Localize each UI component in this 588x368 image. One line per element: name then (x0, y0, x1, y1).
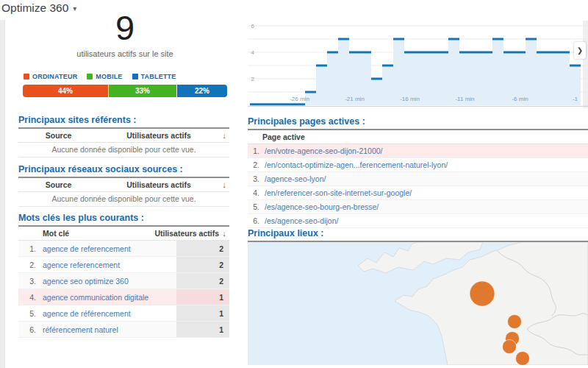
active-users-value: 2 (176, 273, 229, 289)
empty-message: Aucune donnée disponible pour cette vue. (18, 143, 229, 158)
active-users-value: 1 (176, 322, 229, 337)
location-marker (470, 281, 495, 306)
row-rank: 1. (18, 244, 43, 253)
device-split-bar: 44%33%22% (23, 85, 227, 97)
keyword-link[interactable]: agence seo optimize 360 (43, 277, 176, 286)
row-rank: 6. (248, 216, 265, 225)
empty-message: Aucune donnée disponible pour cette vue. (18, 192, 229, 207)
device-legend: ORDINATEURMOBILETABLETTE (24, 73, 232, 80)
svg-text:-1: -1 (573, 96, 578, 102)
keyword-link[interactable]: agence communication digitale (43, 293, 176, 302)
legend-label: ORDINATEUR (32, 73, 77, 80)
active-page-link[interactable]: /en/referencer-son-site-internet-sur-goo… (265, 188, 588, 197)
legend-swatch-icon (132, 74, 138, 79)
column-active-users: Utilisateurs actifs (98, 131, 219, 140)
sort-desc-icon[interactable]: ↓ (219, 229, 229, 238)
section-top-locations: Principaux lieux : (248, 228, 588, 368)
device-bar-segment: 33% (109, 85, 177, 97)
section-title: Principaux réseaux sociaux sources : (18, 164, 229, 174)
table-row: 2./en/contact-optimize-agen...ferencemen… (248, 158, 588, 172)
table-row: 4.agence communication digitale1 (18, 289, 229, 305)
row-rank: 3. (248, 174, 265, 183)
legend-item: TABLETTE (132, 73, 176, 80)
column-active-users: Utilisateurs actifs (154, 229, 219, 238)
social-table: Source Utilisateurs actifs ↓ Aucune donn… (18, 177, 229, 207)
pages-rows: 1./en/votre-agence-seo-dijon-21000/2./en… (248, 144, 588, 228)
keyword-link[interactable]: agence de referencement (43, 244, 176, 253)
row-rank: 2. (248, 160, 265, 169)
row-rank: 3. (18, 277, 43, 286)
table-row: 6.référencement naturel1 (18, 322, 229, 338)
table-row: 6./es/agence-seo-dijon/ (248, 214, 588, 228)
active-users-label: utilisateurs actifs sur le site (18, 49, 232, 58)
svg-text:2: 2 (251, 76, 255, 82)
table-header: Source Utilisateurs actifs ↓ (18, 178, 229, 192)
active-users-value: 2 (176, 241, 229, 256)
legend-item: ORDINATEUR (24, 73, 77, 80)
chevron-right-icon: ❯ (577, 46, 583, 54)
row-rank: 4. (248, 188, 265, 197)
legend-swatch-icon (24, 74, 29, 79)
table-row: 1.agence de referencement2 (18, 241, 229, 257)
section-title: Principales pages actives : (248, 116, 588, 127)
row-rank: 1. (248, 146, 265, 155)
realtime-summary: 9 utilisateurs actifs sur le site ORDINA… (18, 9, 232, 97)
active-page-link[interactable]: /es/agence-seo-dijon/ (265, 216, 588, 225)
table-header: Mot clé Utilisateurs actifs ↓ (18, 227, 229, 241)
location-marker (516, 352, 530, 366)
svg-text:6: 6 (251, 23, 255, 29)
location-marker (503, 340, 517, 354)
column-keyword: Mot clé (43, 229, 154, 238)
minute-chart: 246-26 min-21 min-16 min-11 min-6 min-1 (248, 18, 588, 107)
keyword-link[interactable]: agence de référencement (43, 309, 176, 318)
svg-text:-6 min: -6 min (512, 96, 528, 102)
section-social-sources: Principaux réseaux sociaux sources : Sou… (18, 164, 229, 207)
column-source: Source (18, 131, 98, 140)
section-title: Principaux sites référents : (18, 115, 229, 125)
column-active-users: Utilisateurs actifs (98, 180, 219, 189)
active-users-minute-chart: 246-26 min-21 min-16 min-11 min-6 min-1 (248, 18, 588, 107)
section-top-referrers: Principaux sites référents : Source Util… (18, 115, 229, 158)
location-marker (508, 315, 522, 329)
svg-text:-26 min: -26 min (290, 96, 309, 102)
active-page-link[interactable]: /es/agence-seo-bourg-en-bresse/ (265, 202, 588, 211)
keyword-link[interactable]: référencement naturel (43, 325, 176, 334)
chart-next-button[interactable]: ❯ (574, 42, 586, 59)
referrers-table: Source Utilisateurs actifs ↓ Aucune donn… (18, 127, 229, 158)
table-row: 3./agence-seo-lyon/ (248, 172, 588, 186)
keyword-link[interactable]: agence referencement (43, 261, 176, 269)
active-page-link[interactable]: /en/contact-optimize-agen...ferencement-… (265, 160, 588, 169)
svg-text:-16 min: -16 min (400, 96, 420, 102)
active-users-value: 1 (176, 289, 229, 305)
table-row: 1./en/votre-agence-seo-dijon-21000/ (248, 144, 588, 158)
legend-swatch-icon (87, 74, 93, 79)
device-bar-segment: 22% (177, 85, 227, 97)
sort-desc-icon[interactable]: ↓ (219, 131, 229, 140)
france-map[interactable] (248, 242, 588, 365)
row-rank: 4. (18, 293, 43, 302)
active-page-link[interactable]: /agence-seo-lyon/ (265, 174, 588, 183)
sort-desc-icon[interactable]: ↓ (219, 180, 229, 189)
table-header: Page active (248, 130, 588, 144)
row-rank: 5. (248, 202, 265, 211)
legend-item: MOBILE (87, 73, 122, 80)
row-rank: 2. (18, 261, 43, 269)
active-users-count: 9 (18, 9, 232, 47)
active-users-value: 1 (176, 305, 229, 321)
locations-map-panel (248, 241, 588, 368)
table-row: 5.agence de référencement1 (18, 305, 229, 322)
section-active-pages: Principales pages actives : Page active … (248, 116, 588, 228)
device-bar-segment: 44% (23, 85, 109, 97)
svg-text:-21 min: -21 min (345, 96, 365, 102)
column-active-page: Page active (262, 132, 588, 141)
pages-table: Page active 1./en/votre-agence-seo-dijon… (248, 129, 588, 228)
keywords-table: Mot clé Utilisateurs actifs ↓ 1.agence d… (18, 225, 229, 338)
active-users-value: 2 (176, 257, 229, 272)
section-top-keywords: Mots clés les plus courants : Mot clé Ut… (18, 213, 229, 338)
svg-text:4: 4 (251, 49, 255, 56)
row-rank: 6. (18, 325, 43, 334)
active-page-link[interactable]: /en/votre-agence-seo-dijon-21000/ (265, 146, 588, 155)
section-title: Principaux lieux : (248, 228, 588, 238)
table-row: 4./en/referencer-son-site-internet-sur-g… (248, 186, 588, 200)
keywords-rows: 1.agence de referencement22.agence refer… (18, 241, 229, 338)
